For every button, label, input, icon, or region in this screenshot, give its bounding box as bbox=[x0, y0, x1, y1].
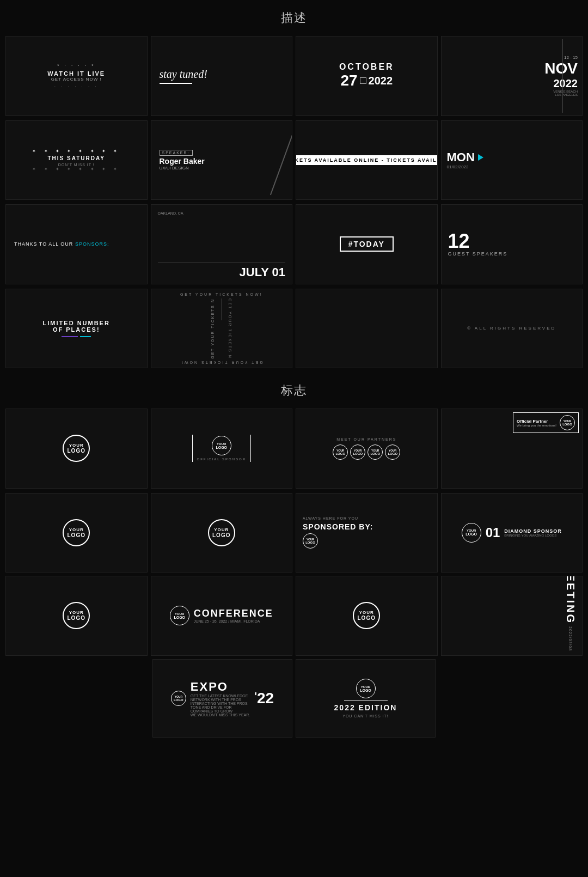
expo-logo: YOUR LOGO bbox=[171, 691, 186, 706]
partner-logo-3: YOURLOGO bbox=[367, 444, 383, 460]
logo-text-4: LOGO bbox=[68, 615, 85, 621]
get-tickets-right: GET YOUR TICKETS N bbox=[228, 299, 232, 359]
card-nov: 12 - 15 NOV 2022 VENICE BEACHLOS ANGELES bbox=[441, 36, 583, 116]
official-box: Official Partner We bring you the emotio… bbox=[513, 412, 579, 433]
card-empty bbox=[296, 289, 438, 369]
edition-sub: YOU CAN'T MISS IT! bbox=[342, 714, 389, 718]
logo-your-1: YOUR bbox=[69, 443, 84, 448]
saturday-title: THIS SATURDAY bbox=[48, 155, 105, 161]
card-saturday: ✦ ✦ ✦ ✦ ✦ ✦ ✦ ✦ THIS SATURDAY DON'T MISS… bbox=[5, 120, 148, 200]
nov-year: 2022 bbox=[554, 77, 578, 90]
october-day: 27 bbox=[340, 72, 357, 89]
p3-logo: LOGO bbox=[370, 452, 380, 455]
ticker-text: ONLINE - TICKETS AVAILABLE ONLINE - TICK… bbox=[296, 155, 438, 165]
logo-card-expo: YOUR LOGO EXPO GET THE LATEST KNOWLEDGEN… bbox=[152, 659, 292, 738]
speaker-label: SPEAKER: bbox=[160, 150, 193, 156]
logo-circle-3: YOUR LOGO bbox=[208, 519, 235, 546]
get-tickets-top: GET YOUR TICKETS NOW! bbox=[180, 293, 263, 296]
description-row3: THANKS TO ALL OUR SPONSORS: OAKLAND, CA … bbox=[0, 204, 588, 289]
sponsored-always: ALWAYS HERE FOR YOU bbox=[303, 516, 358, 520]
partner-logo-1: YOURLOGO bbox=[333, 444, 348, 460]
logo-your-5: YOUR bbox=[359, 610, 374, 615]
logo-card-plain4: YOUR LOGO bbox=[5, 576, 148, 656]
logo-card-conference: YOUR LOGO CONFERENCE JUNE 25 - 26, 2022 … bbox=[151, 576, 293, 656]
p4-logo: LOGO bbox=[388, 452, 397, 455]
meeting-content: YOUR LOGO MEETING 2022/03/08 bbox=[562, 576, 578, 651]
logo-row1: YOUR LOGO YOUR LOGO OFFICIAL SPONSOR MEE… bbox=[0, 404, 588, 493]
logo-circle-1: YOUR LOGO bbox=[63, 435, 90, 462]
nov-dates: 12 - 15 bbox=[564, 55, 578, 60]
diamond-num: 01 bbox=[486, 525, 500, 540]
partners-logos-row: YOURLOGO YOURLOGO YOURLOGO YOURLOGO bbox=[333, 444, 400, 460]
stars-top: * · · · · * bbox=[57, 63, 95, 68]
diamond-sub: BRINGING YOU AMAZING LOGOS bbox=[504, 534, 562, 537]
mon-triangle bbox=[478, 154, 483, 161]
speaker-slash bbox=[270, 125, 292, 194]
logo-your-4: YOUR bbox=[69, 610, 84, 615]
logo-row3: YOUR LOGO YOUR LOGO CONFERENCE JUNE 25 -… bbox=[0, 576, 588, 659]
card-july: OAKLAND, CA JULY 01 bbox=[151, 204, 293, 284]
partner-logo-2: YOURLOGO bbox=[350, 444, 365, 460]
nov-venue: VENICE BEACHLOS ANGELES bbox=[553, 90, 578, 96]
conf-logo-text: LOGO bbox=[174, 616, 185, 619]
card-stay-tuned: stay tuned! bbox=[151, 36, 293, 116]
logo-card-plain3: YOUR LOGO bbox=[151, 493, 293, 573]
section-logos: 标志 YOUR LOGO YOUR LOGO OFFICIAL SPONSOR bbox=[0, 373, 588, 748]
sponsors-highlight: SPONSORS: bbox=[75, 241, 109, 247]
today-text: #TODAY bbox=[340, 236, 394, 252]
guests-label: GUEST SPEAKERS bbox=[448, 251, 508, 257]
saturday-stars-bottom: ✦ ✦ ✦ ✦ ✦ ✦ ✦ ✦ bbox=[32, 167, 120, 172]
saturday-stars-top: ✦ ✦ ✦ ✦ ✦ ✦ ✦ ✦ bbox=[32, 149, 120, 154]
july-location: OAKLAND, CA bbox=[158, 211, 183, 215]
logo-card-plain2: YOUR LOGO bbox=[5, 493, 148, 573]
limited-underlines bbox=[62, 336, 91, 337]
logo-card-partners: MEET OUR PARTNERS YOURLOGO YOURLOGO YOUR… bbox=[296, 409, 438, 489]
logo-row2: YOUR LOGO YOUR LOGO ALWAYS HERE FOR YOU … bbox=[0, 493, 588, 576]
p2-logo: LOGO bbox=[353, 452, 363, 455]
limited-title: LIMITED NUMBER bbox=[43, 320, 110, 326]
underline-purple bbox=[62, 336, 78, 337]
logo-card-meeting: YOUR LOGO MEETING 2022/03/08 bbox=[441, 576, 583, 656]
section2-title: 标志 bbox=[0, 373, 588, 404]
mon-day-row: MON bbox=[447, 150, 483, 165]
card-watch-live: * · · · · * WATCH IT LIVE GET ACCESS NOW… bbox=[5, 36, 148, 116]
diamond-logo-text: LOGO bbox=[465, 532, 477, 536]
logo-card-plain5: YOUR LOGO bbox=[296, 576, 438, 656]
edition-title: 2022 EDITION bbox=[334, 703, 397, 712]
get-tickets-bottom: GET YOUR TICKETS NOW! bbox=[180, 361, 263, 364]
logo-text-3: LOGO bbox=[212, 532, 230, 538]
expo-title: EXPO bbox=[191, 680, 250, 694]
logo-your-3: YOUR bbox=[214, 527, 229, 532]
logo-card-sponsored: ALWAYS HERE FOR YOU SPONSORED BY: YOUR L… bbox=[296, 493, 438, 573]
nov-month: NOV bbox=[544, 60, 578, 77]
logo-bar-right bbox=[250, 435, 251, 462]
logo-your-2: YOUR bbox=[69, 527, 84, 532]
card-get-tickets: GET YOUR TICKETS NOW! GET YOUR TICKETS N… bbox=[151, 289, 293, 369]
p1-logo: LOGO bbox=[335, 452, 345, 455]
logo-bar-left bbox=[192, 435, 193, 462]
logo-text-1: LOGO bbox=[68, 448, 85, 454]
card-mon: MON 01/02/2022 bbox=[441, 120, 583, 200]
stay-tuned-underline bbox=[160, 83, 192, 84]
conf-logo: YOUR LOGO bbox=[170, 606, 189, 625]
nov-vline bbox=[562, 39, 563, 113]
mon-day: MON bbox=[447, 150, 475, 165]
underline-cyan bbox=[80, 336, 91, 337]
sponsored-logo-text: LOGO bbox=[305, 541, 315, 544]
conf-text-block: CONFERENCE JUNE 25 - 26, 2022 / MIAMI, F… bbox=[194, 608, 273, 623]
card-speaker: SPEAKER: Roger Baker UX/UI DESIGN bbox=[151, 120, 293, 200]
october-month: OCTOBER bbox=[339, 62, 394, 72]
meeting-date: 2022/03/08 bbox=[568, 626, 572, 651]
watch-title: WATCH IT LIVE bbox=[47, 70, 105, 77]
july-hline bbox=[158, 263, 286, 263]
watch-sub: GET ACCESS NOW ! bbox=[51, 77, 102, 82]
conf-title: CONFERENCE bbox=[194, 608, 273, 619]
description-row2: ✦ ✦ ✦ ✦ ✦ ✦ ✦ ✦ THIS SATURDAY DON'T MISS… bbox=[0, 120, 588, 205]
logo-bars-center: YOUR LOGO OFFICIAL SPONSOR bbox=[197, 436, 246, 461]
card-rights: © ALL RIGHTS RESERVED bbox=[441, 289, 583, 369]
speaker-role: UX/UI DESIGN bbox=[160, 166, 189, 170]
stay-tuned-text: stay tuned! bbox=[160, 68, 207, 81]
sponsored-logo: YOUR LOGO bbox=[303, 533, 318, 549]
card-today: #TODAY bbox=[296, 204, 438, 284]
conf-sub: JUNE 25 - 26, 2022 / MIAMI, FLORIDA bbox=[194, 619, 273, 623]
